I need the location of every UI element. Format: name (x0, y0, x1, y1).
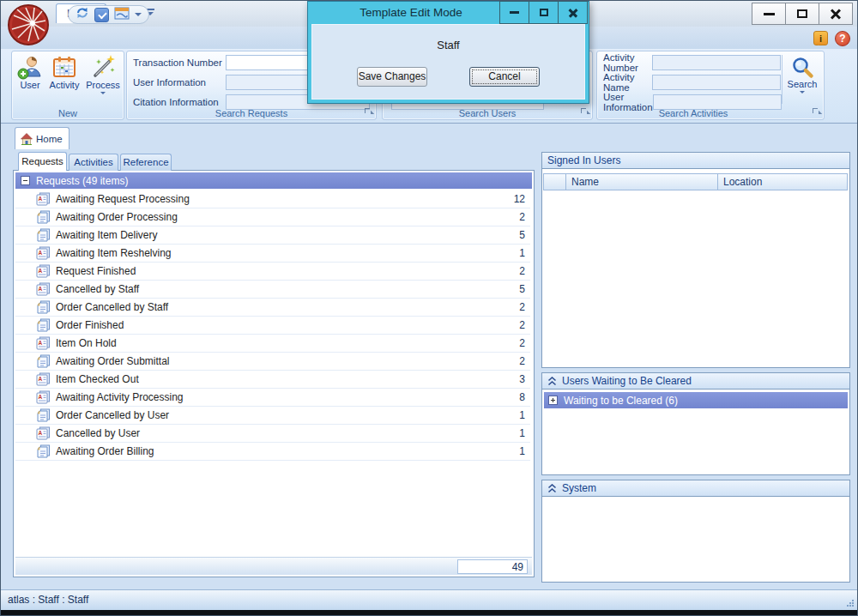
document-tab-home[interactable]: Home (15, 127, 69, 149)
maximize-button[interactable] (785, 3, 819, 25)
request-form-icon: A (36, 264, 51, 278)
order-document-icon (36, 354, 51, 368)
subtab-requests[interactable]: Requests (18, 152, 67, 171)
cancel-button[interactable]: Cancel (469, 67, 540, 87)
request-status-row[interactable]: Order Cancelled by Staff 2 (15, 299, 530, 317)
minimize-button[interactable] (752, 3, 786, 25)
collapse-chevron-icon[interactable] (547, 377, 557, 386)
request-status-row[interactable]: Order Cancelled by User 1 (15, 407, 530, 425)
calendar-icon (51, 54, 77, 80)
svg-text:A: A (39, 376, 43, 382)
svg-text:A: A (39, 286, 43, 292)
users-waiting-panel: Users Waiting to Be Cleared Waiting to b… (541, 372, 850, 475)
signed-in-users-table-header: Name Location (544, 173, 848, 190)
notification-info-icon[interactable]: i (813, 31, 828, 45)
availability-status-icon[interactable] (94, 8, 109, 22)
magic-wand-icon (90, 54, 116, 80)
dialog-close-button[interactable] (558, 1, 588, 24)
user-icon (17, 54, 43, 80)
dialog-maximize-button[interactable] (529, 1, 559, 24)
close-button[interactable] (819, 3, 853, 25)
subtab-reference[interactable]: Reference (120, 154, 172, 171)
order-document-icon (36, 228, 51, 242)
request-form-icon: A (36, 336, 51, 350)
close-icon (568, 8, 578, 18)
order-document-icon (36, 210, 51, 224)
request-status-row[interactable]: Awaiting Item Delivery 5 (15, 226, 530, 245)
citation-information-label: Citation Information (133, 97, 226, 107)
waiting-to-be-cleared-row[interactable]: Waiting to be Cleared (6) (544, 392, 848, 408)
requests-group-header[interactable]: Requests (49 items) (15, 172, 532, 189)
collapse-minus-icon[interactable] (21, 176, 30, 185)
new-process-button[interactable]: Process (84, 51, 122, 97)
order-document-icon (36, 300, 51, 314)
requests-group-title: Requests (49 items) (36, 175, 128, 187)
order-document-icon (36, 408, 51, 422)
request-form-icon: A (36, 390, 51, 404)
subtab-activities[interactable]: Activities (69, 154, 118, 171)
search-button[interactable]: Search (783, 53, 821, 96)
save-changes-button[interactable]: Save Changes (357, 67, 427, 87)
group-label-new: New (12, 108, 124, 118)
search-requests-dialog-launcher-icon[interactable] (364, 107, 373, 117)
search-users-dialog-launcher-icon[interactable] (580, 107, 589, 117)
close-icon (830, 8, 842, 20)
maximize-icon (797, 9, 807, 18)
search-activities-dialog-launcher-icon[interactable] (812, 107, 821, 117)
refresh-icon[interactable] (76, 6, 89, 23)
new-user-button[interactable]: User (15, 51, 45, 97)
request-status-row[interactable]: A Awaiting Item Reshelving 1 (15, 245, 530, 263)
request-status-row[interactable]: A Item On Hold 2 (15, 335, 530, 353)
dialog-minimize-button[interactable] (499, 1, 529, 24)
dialog-title: Template Edit Mode (317, 2, 505, 24)
request-status-row[interactable]: A Request Finished 2 (15, 263, 530, 281)
request-status-row[interactable]: A Cancelled by Staff 5 (15, 281, 530, 299)
requests-list: A Awaiting Request Processing 12 Awaitin… (15, 190, 530, 461)
request-status-row[interactable]: Awaiting Order Submittal 2 (15, 353, 530, 371)
activity-name-input[interactable] (652, 75, 781, 90)
maximize-icon (540, 9, 548, 16)
request-form-icon: A (36, 372, 51, 386)
request-status-row[interactable]: A Cancelled by User 1 (15, 425, 530, 443)
search-icon (791, 56, 814, 79)
requests-list-panel: Requests (49 items) A Awaiting Request P… (13, 170, 535, 577)
expand-plus-icon[interactable] (548, 396, 558, 405)
ribbon-group-search-activities: Activity Number Activity Name User Infor… (596, 51, 825, 120)
window-controls (752, 3, 853, 25)
users-waiting-header[interactable]: Users Waiting to Be Cleared (542, 373, 849, 390)
column-header-location[interactable]: Location (717, 173, 848, 190)
requests-list-footer: 49 (15, 557, 532, 575)
activity-number-input[interactable] (652, 55, 781, 70)
group-label-search-users: Search Users (383, 108, 592, 118)
resize-grip[interactable] (846, 599, 855, 607)
status-bar: atlas : Staff : Staff (1, 589, 857, 610)
svg-text:A: A (39, 268, 43, 274)
system-header[interactable]: System (542, 480, 849, 497)
column-header-name[interactable]: Name (565, 173, 718, 190)
help-icon[interactable]: ? (835, 31, 850, 46)
group-label-search-activities: Search Activities (597, 108, 789, 118)
request-status-row[interactable]: Awaiting Order Billing 1 (15, 443, 530, 461)
request-status-row[interactable]: Awaiting Order Processing 2 (15, 208, 530, 226)
request-form-icon: A (36, 426, 51, 440)
window-menu-caret-icon[interactable] (135, 13, 142, 20)
request-status-row[interactable]: Order Finished 2 (15, 317, 530, 335)
new-window-icon[interactable] (114, 7, 130, 23)
svg-text:A: A (39, 430, 43, 436)
collapse-chevron-icon[interactable] (547, 484, 557, 493)
group-label-search-requests: Search Requests (127, 108, 376, 118)
request-status-row[interactable]: A Awaiting Activity Processing 8 (15, 389, 530, 407)
request-form-icon: A (36, 246, 51, 260)
user-information-label: User Information (133, 77, 226, 88)
request-form-icon: A (36, 192, 51, 206)
window-bottom-edge (1, 610, 857, 615)
process-dropdown-icon (100, 92, 106, 97)
svg-text:A: A (39, 340, 43, 346)
new-activity-button[interactable]: Activity (45, 51, 84, 97)
application-window: Home Manage i ? User (0, 0, 858, 616)
request-status-row[interactable]: A Awaiting Request Processing 12 (15, 190, 530, 208)
app-logo-icon[interactable] (7, 3, 50, 46)
request-status-row[interactable]: A Item Checked Out 3 (15, 371, 530, 389)
column-header-blank[interactable] (543, 173, 566, 190)
order-document-icon (36, 444, 51, 458)
